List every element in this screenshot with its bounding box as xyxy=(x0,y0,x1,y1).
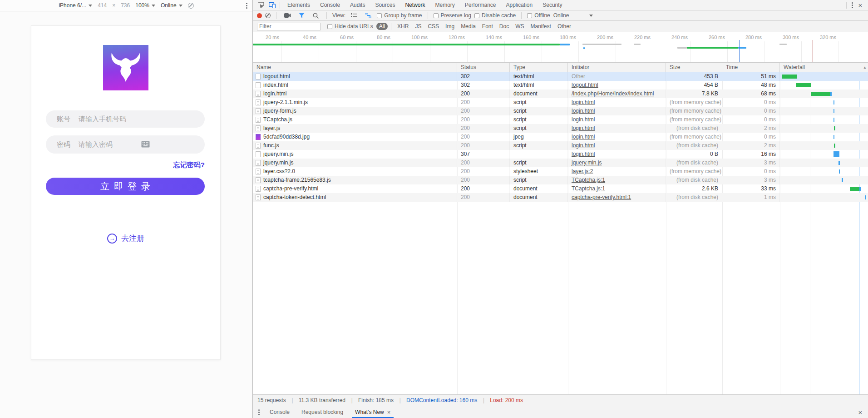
network-overview[interactable]: 20 ms40 ms60 ms80 ms100 ms120 ms140 ms16… xyxy=(253,32,868,63)
tab-console[interactable]: Console xyxy=(315,0,345,10)
search-icon[interactable] xyxy=(310,11,321,20)
close-tab-icon[interactable]: × xyxy=(387,409,391,416)
column-header-size[interactable]: Size xyxy=(666,63,722,72)
drawer-close-button[interactable]: × xyxy=(855,408,865,416)
column-header-name[interactable]: Name xyxy=(253,63,457,72)
tab-performance[interactable]: Performance xyxy=(460,0,501,10)
drawer-tab-console[interactable]: Console xyxy=(264,406,296,418)
viewport-height-field[interactable]: 736 xyxy=(121,2,130,9)
devtools-menu-button[interactable] xyxy=(849,1,855,9)
initiator-link[interactable]: jquery.min.js xyxy=(572,159,602,166)
tab-sources[interactable]: Sources xyxy=(370,0,400,10)
initiator-link[interactable]: login.html xyxy=(572,142,595,149)
forgot-password-link[interactable]: 忘记密码? xyxy=(173,161,205,169)
filter-icon[interactable] xyxy=(296,11,307,20)
throttling-select[interactable]: Online xyxy=(553,12,593,19)
keyboard-icon[interactable] xyxy=(141,141,150,148)
tab-security[interactable]: Security xyxy=(538,0,567,10)
initiator-link[interactable]: TCaptcha.js:1 xyxy=(572,185,605,192)
column-header-type[interactable]: Type xyxy=(510,63,568,72)
request-row[interactable]: func.js200scriptlogin.html(from disk cac… xyxy=(253,141,868,150)
tab-elements[interactable]: Elements xyxy=(282,0,315,10)
request-row[interactable]: TCaptcha.js200scriptlogin.html(from memo… xyxy=(253,115,868,124)
capture-screenshots-icon[interactable] xyxy=(282,11,293,20)
filter-input[interactable] xyxy=(257,23,321,30)
go-register-link[interactable]: → 去注册 xyxy=(31,233,220,244)
offline-checkbox[interactable]: Offline xyxy=(527,12,550,19)
filter-type-doc[interactable]: Doc xyxy=(497,23,512,30)
viewport-width-field[interactable]: 414 xyxy=(98,2,107,9)
use-large-rows-icon[interactable] xyxy=(349,11,360,20)
request-row[interactable]: layer.js200scriptlogin.html(from disk ca… xyxy=(253,124,868,133)
drawer-tab-what-s-new[interactable]: What's New× xyxy=(349,406,396,418)
checkbox[interactable] xyxy=(527,13,532,18)
filter-type-xhr[interactable]: XHR xyxy=(395,23,411,30)
checkbox[interactable] xyxy=(327,24,332,29)
password-field[interactable]: 密码 请输入密码 xyxy=(46,135,205,154)
disable-cache-checkbox[interactable]: Disable cache xyxy=(474,12,516,19)
request-row[interactable]: 5dcfad90dd38d.jpg200jpeglogin.html(from … xyxy=(253,133,868,141)
checkbox[interactable] xyxy=(434,13,439,18)
tab-memory[interactable]: Memory xyxy=(430,0,459,10)
column-header-waterfall[interactable]: Waterfall▲ xyxy=(780,63,868,72)
request-row[interactable]: jquery-form.js200scriptlogin.html(from m… xyxy=(253,107,868,115)
filter-type-js[interactable]: JS xyxy=(412,23,424,30)
initiator-link[interactable]: captcha-pre-verify.html:1 xyxy=(572,194,631,200)
filter-type-img[interactable]: Img xyxy=(443,23,457,30)
devtools-close-button[interactable]: × xyxy=(855,1,865,9)
filter-type-other[interactable]: Other xyxy=(555,23,574,30)
checkbox[interactable] xyxy=(377,13,382,18)
filter-type-ws[interactable]: WS xyxy=(513,23,527,30)
column-header-initiator[interactable]: Initiator xyxy=(568,63,666,72)
drawer-tab-request-blocking[interactable]: Request blocking xyxy=(296,406,349,418)
initiator-link[interactable]: login.html xyxy=(572,99,595,105)
request-row[interactable]: logout.html302text/htmlOther453 B51 ms xyxy=(253,72,868,81)
hide-data-urls-checkbox[interactable]: Hide data URLs xyxy=(327,23,373,30)
request-row[interactable]: index.html302text/htmllogout.html454 B48… xyxy=(253,81,868,90)
tab-audits[interactable]: Audits xyxy=(345,0,370,10)
initiator-link[interactable]: /index.php/Home/Index/index.html xyxy=(572,90,654,97)
request-name: TCaptcha.js xyxy=(263,115,292,124)
initiator-link[interactable]: TCaptcha.js:1 xyxy=(572,177,605,183)
initiator-link[interactable]: login.html xyxy=(572,151,595,157)
tab-network[interactable]: Network xyxy=(400,0,430,10)
initiator-link[interactable]: login.html xyxy=(572,134,595,140)
filter-type-css[interactable]: CSS xyxy=(425,23,442,30)
initiator-link[interactable]: login.html xyxy=(572,116,595,123)
filter-type-media[interactable]: Media xyxy=(458,23,478,30)
column-header-status[interactable]: Status xyxy=(457,63,510,72)
inspect-element-icon[interactable] xyxy=(256,0,266,10)
account-field[interactable]: 账号 请输入手机号码 xyxy=(46,110,205,128)
record-network-log-button[interactable] xyxy=(257,13,262,18)
request-row[interactable]: jquery.min.js200scriptjquery.min.js(from… xyxy=(253,159,868,167)
login-button[interactable]: 立即登录 xyxy=(46,178,205,195)
checkbox[interactable] xyxy=(474,13,479,18)
tab-application[interactable]: Application xyxy=(501,0,538,10)
drawer-menu-button[interactable] xyxy=(256,408,262,416)
request-row[interactable]: layer.css?2.0200stylesheetlayer.js:2(fro… xyxy=(253,167,868,176)
request-row[interactable]: jquery.min.js307login.html0 B16 ms xyxy=(253,150,868,159)
request-row[interactable]: captcha-pre-verify.html200documentTCaptc… xyxy=(253,184,868,193)
request-row[interactable]: jquery-2.1.1.min.js200scriptlogin.html(f… xyxy=(253,98,868,107)
network-throttle-select[interactable]: Online xyxy=(161,2,182,9)
filter-type-all[interactable]: All xyxy=(376,23,388,30)
clear-network-log-button[interactable] xyxy=(265,13,271,18)
device-toolbar-menu-button[interactable] xyxy=(243,2,250,9)
group-by-frame-checkbox[interactable]: Group by frame xyxy=(377,12,422,19)
request-row[interactable]: captcha-token-detect.html200documentcapt… xyxy=(253,193,868,202)
toggle-device-toolbar-icon[interactable] xyxy=(266,0,277,10)
initiator-link[interactable]: layer.js:2 xyxy=(572,168,593,174)
chevron-down-icon xyxy=(89,5,92,7)
zoom-select[interactable]: 100% xyxy=(135,2,155,9)
filter-type-manifest[interactable]: Manifest xyxy=(528,23,554,30)
column-header-time[interactable]: Time xyxy=(722,63,780,72)
preserve-log-checkbox[interactable]: Preserve log xyxy=(434,12,471,19)
initiator-link[interactable]: logout.html xyxy=(572,82,598,88)
request-row[interactable]: tcaptcha-frame.21565e83.js200scriptTCapt… xyxy=(253,176,868,184)
initiator-link[interactable]: login.html xyxy=(572,125,595,131)
device-select[interactable]: iPhone 6/... xyxy=(59,2,92,9)
show-overview-icon[interactable] xyxy=(363,11,374,20)
filter-type-font[interactable]: Font xyxy=(479,23,496,30)
initiator-link[interactable]: login.html xyxy=(572,108,595,114)
request-row[interactable]: login.html200document/index.php/Home/Ind… xyxy=(253,90,868,98)
